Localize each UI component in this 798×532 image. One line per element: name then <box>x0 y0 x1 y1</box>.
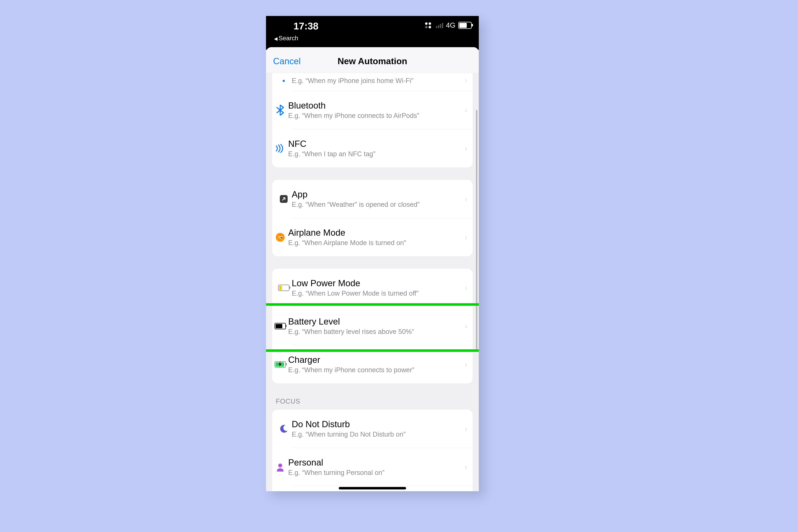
row-title: Bluetooth <box>288 100 461 111</box>
row-subtitle: E.g. “When I tap an NFC tag” <box>288 150 461 158</box>
row-subtitle: E.g. “When “Weather” is opened or closed… <box>292 201 461 208</box>
row-title: Do Not Disturb <box>292 419 461 430</box>
row-title: Low Power Mode <box>292 278 461 288</box>
app-icon <box>276 194 292 204</box>
row-do-not-disturb[interactable]: Do Not Disturb E.g. “When turning Do Not… <box>272 410 473 448</box>
group-app: App E.g. “When “Weather” is opened or cl… <box>272 180 473 256</box>
svg-point-3 <box>278 463 282 468</box>
row-wifi[interactable]: E.g. “When my iPhone joins home Wi-Fi” › <box>272 73 473 91</box>
chevron-right-icon: › <box>465 233 467 242</box>
chevron-right-icon: › <box>465 360 467 369</box>
row-title: NFC <box>288 139 461 149</box>
row-title: Airplane Mode <box>288 228 461 238</box>
row-subtitle: E.g. “When Airplane Mode is turned on” <box>288 239 461 247</box>
charger-icon <box>272 361 288 367</box>
low-power-icon <box>276 285 292 291</box>
sheet-header: Cancel New Automation <box>266 47 479 73</box>
battery-level-icon <box>272 323 288 329</box>
dual-sim-icon <box>425 22 433 28</box>
bluetooth-icon <box>272 105 288 115</box>
chevron-right-icon: › <box>465 424 467 433</box>
back-to-search[interactable]: Search <box>274 35 298 42</box>
row-personal[interactable]: Personal E.g. “When turning Personal on”… <box>292 448 473 486</box>
moon-icon <box>276 424 292 434</box>
signal-bars-icon <box>436 22 443 28</box>
row-subtitle: E.g. “When turning Do Not Disturb on” <box>292 431 461 438</box>
chevron-right-icon: › <box>465 106 467 115</box>
row-low-power-mode[interactable]: Low Power Mode E.g. “When Low Power Mode… <box>272 269 473 307</box>
chevron-right-icon: › <box>465 463 467 472</box>
airplane-icon <box>272 232 288 242</box>
group-focus: Do Not Disturb E.g. “When turning Do Not… <box>272 410 473 491</box>
chevron-right-icon: › <box>465 322 467 330</box>
row-subtitle: E.g. “When Low Power Mode is turned off” <box>292 290 461 297</box>
row-charger[interactable]: Charger E.g. “When my iPhone connects to… <box>292 345 473 383</box>
row-airplane-mode[interactable]: Airplane Mode E.g. “When Airplane Mode i… <box>292 218 473 256</box>
status-time: 17:38 <box>293 20 319 32</box>
wifi-icon <box>276 78 292 82</box>
sheet-title: New Automation <box>266 56 479 66</box>
chevron-right-icon: › <box>465 76 467 84</box>
row-title: Personal <box>288 457 461 468</box>
chevron-right-icon: › <box>465 144 467 153</box>
chevron-right-icon: › <box>465 283 467 292</box>
row-app[interactable]: App E.g. “When “Weather” is opened or cl… <box>272 180 473 218</box>
scroll-indicator <box>476 110 477 349</box>
battery-status-icon <box>458 22 472 29</box>
group-connectivity: E.g. “When my iPhone joins home Wi-Fi” ›… <box>272 73 473 167</box>
row-bluetooth[interactable]: Bluetooth E.g. “When my iPhone connects … <box>292 91 473 129</box>
row-subtitle: E.g. “When battery level rises above 50%… <box>288 328 461 336</box>
row-subtitle: E.g. “When turning Personal on” <box>288 469 461 476</box>
home-indicator[interactable] <box>339 487 406 490</box>
group-power: Low Power Mode E.g. “When Low Power Mode… <box>272 269 473 383</box>
svg-point-0 <box>283 80 285 82</box>
person-icon <box>272 463 288 472</box>
row-nfc[interactable]: NFC E.g. “When I tap an NFC tag” › <box>292 129 473 167</box>
network-label: 4G <box>446 21 455 29</box>
row-title: App <box>292 189 461 200</box>
row-title: Battery Level <box>288 317 461 327</box>
row-subtitle: E.g. “When my iPhone joins home Wi-Fi” <box>292 77 461 84</box>
row-subtitle: E.g. “When my iPhone connects to power” <box>288 366 461 374</box>
row-battery-level[interactable]: Battery Level E.g. “When battery level r… <box>292 307 473 345</box>
nfc-icon <box>272 144 288 153</box>
status-bar: 17:38 Search 4G <box>266 16 479 47</box>
status-right: 4G <box>425 21 472 29</box>
phone-frame: 17:38 Search 4G Cancel New Automation <box>266 16 479 491</box>
chevron-right-icon: › <box>465 194 467 203</box>
trigger-list[interactable]: E.g. “When my iPhone joins home Wi-Fi” ›… <box>266 73 479 491</box>
section-header-focus: FOCUS <box>276 398 473 405</box>
row-title: Charger <box>288 355 461 365</box>
row-subtitle: E.g. “When my iPhone connects to AirPods… <box>288 112 461 119</box>
